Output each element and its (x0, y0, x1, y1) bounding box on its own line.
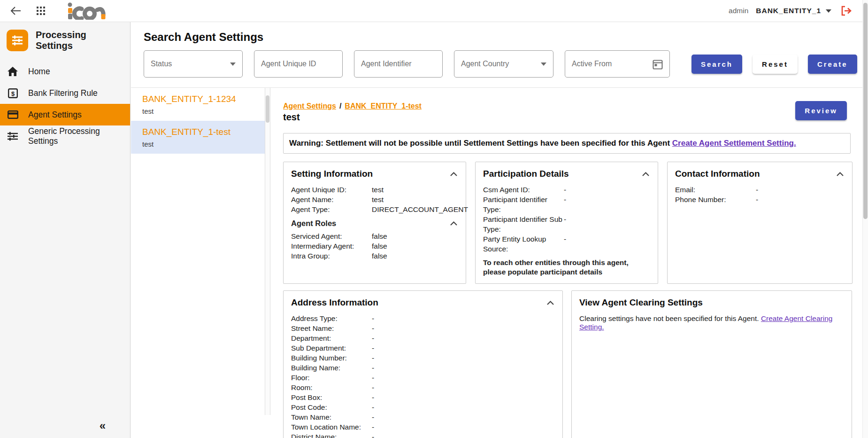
sidebar-collapse-button[interactable]: « (100, 419, 106, 432)
sidebar-item-generic-processing-settings[interactable]: Generic Processing Settings (0, 125, 130, 147)
breadcrumb-current-link[interactable]: BANK_ENTITY_1-test (345, 102, 422, 110)
card-title: Participation Details (483, 169, 569, 179)
sidebar-item-label: Bank Filtering Rule (28, 88, 98, 98)
sidebar-item-home[interactable]: Home (0, 61, 130, 82)
agent-detail-panel: Agent Settings / BANK_ENTITY_1-test test… (270, 88, 862, 415)
home-icon (7, 67, 19, 76)
chevron-down-icon (826, 9, 831, 13)
result-subtext: test (142, 140, 259, 148)
field-label: Town Name: (291, 412, 372, 422)
main-content: Search Agent Settings Status Agent Uniqu… (131, 22, 862, 438)
review-button[interactable]: Review (795, 101, 847, 120)
apps-grid-button[interactable] (35, 5, 47, 17)
entity-selector[interactable]: BANK_ENTITY_1 (756, 7, 831, 15)
back-arrow-icon (10, 7, 21, 15)
agent-country-select[interactable]: Agent Country (454, 50, 553, 78)
list-scrollbar-thumb[interactable] (266, 95, 269, 123)
reset-button[interactable]: Reset (753, 55, 798, 74)
collapse-card-button[interactable] (836, 171, 845, 177)
field-value: - (372, 313, 555, 323)
field-value: false (372, 251, 458, 261)
field-row: Building Number:- (291, 353, 555, 363)
collapse-agent-roles-button[interactable] (449, 220, 458, 227)
field-row: Csm Agent ID:- (483, 185, 650, 195)
create-button[interactable]: Create (808, 55, 857, 74)
window-scrollbar-thumb[interactable] (863, 3, 868, 219)
field-value: - (372, 363, 555, 373)
active-from-datepicker[interactable]: Active From (565, 50, 670, 78)
field-value: false (372, 241, 458, 251)
agent-identifier-input[interactable]: Agent Identifier (354, 50, 443, 78)
field-label: Party Entity Lookup Source: (483, 234, 564, 254)
field-row: Town Name:- (291, 412, 555, 422)
breadcrumb-agent-settings-link[interactable]: Agent Settings (283, 102, 336, 110)
collapse-card-button[interactable] (546, 300, 555, 306)
status-select-label: Status (151, 60, 172, 68)
logout-button[interactable] (839, 4, 854, 18)
field-value: - (372, 323, 555, 333)
field-value: - (372, 422, 555, 432)
field-row: Email:- (675, 185, 845, 195)
field-value: - (372, 392, 555, 402)
field-label: Email: (675, 185, 756, 195)
contact-information-card: Contact Information Email:-Phone Number:… (667, 162, 853, 284)
field-value: test (372, 195, 458, 204)
sidebar: Processing Settings Home $ Bank Filterin… (0, 22, 131, 438)
card-title: Address Information (291, 297, 378, 308)
field-label: Intra Group: (291, 251, 372, 261)
settlement-warning: Warning: Settlement will not be possible… (283, 133, 851, 154)
list-item[interactable]: BANK_ENTITY_1-1234 test (131, 88, 270, 121)
agent-roles-title: Agent Roles (291, 219, 336, 228)
field-row: Agent Name:test (291, 195, 458, 204)
topbar: admin BANK_ENTITY_1 (0, 0, 862, 22)
warning-text: Warning: Settlement will not be possible… (289, 139, 670, 148)
field-value: - (564, 185, 650, 195)
sidebar-item-label: Agent Settings (28, 110, 82, 120)
agent-unique-id-input[interactable]: Agent Unique ID (254, 50, 343, 78)
apps-grid-icon (37, 7, 45, 15)
back-button[interactable] (8, 5, 23, 17)
sidebar-title: Processing Settings (36, 30, 123, 51)
field-value: - (564, 234, 650, 254)
field-row: Participant Identifier Type:- (483, 195, 650, 214)
collapse-card-button[interactable] (641, 171, 650, 177)
field-row: Room:- (291, 383, 555, 392)
field-label: Phone Number: (675, 195, 756, 204)
card-title: Contact Information (675, 169, 760, 179)
sidebar-item-bank-filtering-rule[interactable]: $ Bank Filtering Rule (0, 82, 130, 104)
logout-icon (841, 6, 852, 16)
collapse-card-button[interactable] (449, 171, 458, 177)
chevron-up-icon (837, 172, 844, 176)
breadcrumb: Agent Settings / BANK_ENTITY_1-test (283, 102, 853, 110)
field-row: Building Name:- (291, 363, 555, 373)
app-window: admin BANK_ENTITY_1 (0, 0, 868, 438)
list-item-selected[interactable]: BANK_ENTITY_1-test test (131, 121, 270, 154)
search-button[interactable]: Search (691, 55, 742, 74)
agent-identifier-placeholder: Agent Identifier (361, 60, 412, 68)
status-select[interactable]: Status (144, 50, 243, 78)
sidebar-item-agent-settings[interactable]: Agent Settings (0, 104, 130, 125)
field-label: Street Name: (291, 323, 372, 333)
sidebar-menu: Home $ Bank Filtering Rule (0, 61, 130, 147)
field-row: Floor:- (291, 373, 555, 383)
setting-information-card: Setting Information Agent Unique ID:test… (283, 162, 466, 284)
field-label: Address Type: (291, 313, 372, 323)
page-title: Search Agent Settings (144, 31, 862, 44)
search-filter-bar: Status Agent Unique ID Agent Identifier … (144, 50, 862, 78)
agent-country-select-label: Agent Country (461, 60, 509, 68)
field-value: - (372, 353, 555, 363)
field-value: - (372, 383, 555, 392)
field-value: - (372, 402, 555, 412)
create-settlement-setting-link[interactable]: Create Agent Settlement Setting. (672, 139, 796, 148)
field-label: Sub Department: (291, 343, 372, 353)
chevron-up-icon (547, 301, 554, 305)
field-value: - (372, 333, 555, 343)
field-value: - (564, 214, 650, 234)
field-row: Serviced Agent:false (291, 231, 458, 241)
agent-unique-id-placeholder: Agent Unique ID (261, 60, 316, 68)
field-value: - (756, 195, 845, 204)
field-row: Post Code:- (291, 402, 555, 412)
field-label: Room: (291, 383, 372, 392)
card-title: Setting Information (291, 169, 373, 179)
list-scrollbar-track (265, 88, 270, 415)
